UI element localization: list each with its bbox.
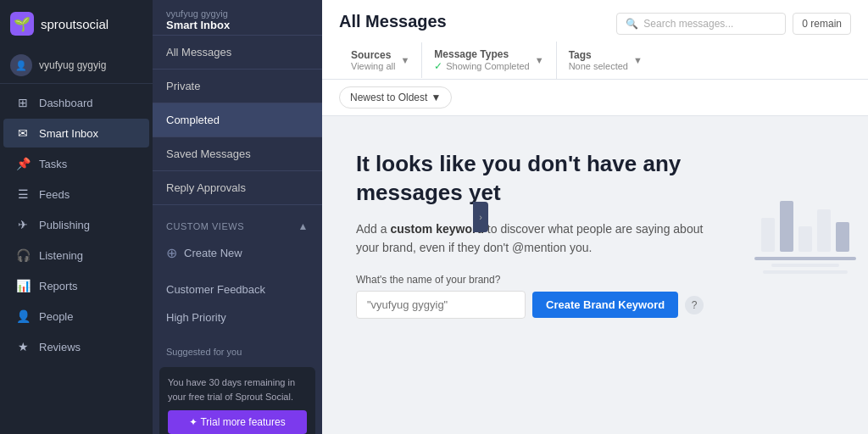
sidebar-item-tasks[interactable]: 📌 Tasks bbox=[3, 149, 149, 178]
logo-text: sproutsocial bbox=[41, 17, 108, 31]
filters-row: Sources Viewing all ▼ Message Types ✓ Sh… bbox=[339, 42, 851, 79]
brand-input[interactable] bbox=[356, 291, 526, 319]
sidebar-item-smart-inbox[interactable]: ✉ Smart Inbox bbox=[3, 119, 149, 147]
sort-dropdown[interactable]: Newest to Oldest ▼ bbox=[339, 86, 452, 108]
panels-wrap: vyufyug gygyig Smart Inbox All Messages … bbox=[153, 0, 322, 434]
sidebar-item-listening[interactable]: 🎧 Listening bbox=[3, 241, 149, 270]
illus-line-2 bbox=[771, 264, 839, 267]
illus-bar-3 bbox=[798, 226, 812, 252]
trial-text: You have 30 days remaining in your free … bbox=[168, 376, 307, 403]
panel-all-messages[interactable]: All Messages bbox=[153, 36, 322, 70]
custom-view-customer-feedback[interactable]: Customer Feedback bbox=[153, 275, 322, 303]
illus-bar-2 bbox=[780, 201, 793, 252]
check-icon: ✓ bbox=[434, 60, 442, 72]
illus-bar-5 bbox=[836, 222, 849, 252]
middle-panel: vyufyug gygyig Smart Inbox All Messages … bbox=[153, 0, 322, 434]
logo-icon: 🌱 bbox=[10, 12, 34, 36]
plus-icon: ⊕ bbox=[166, 245, 177, 261]
search-area: 🔍 Search messages... 0 remain bbox=[616, 13, 851, 42]
illus-line-1 bbox=[754, 257, 856, 260]
sidebar-item-label: Smart Inbox bbox=[39, 127, 98, 140]
illus-bar-4 bbox=[817, 209, 831, 252]
message-types-chevron-icon: ▼ bbox=[535, 55, 544, 65]
sources-sub: Viewing all bbox=[351, 61, 395, 71]
collapse-icon[interactable]: ▲ bbox=[298, 220, 309, 232]
feeds-icon: ☰ bbox=[15, 187, 31, 201]
brand-input-row: Create Brand Keyword ? bbox=[356, 291, 704, 319]
custom-views-label: Custom Views ▲ bbox=[153, 212, 322, 237]
panel-toggle[interactable]: › bbox=[473, 202, 488, 232]
illus-line-3 bbox=[763, 270, 848, 274]
listening-icon: 🎧 bbox=[15, 248, 31, 262]
panel-saved-messages[interactable]: Saved Messages bbox=[153, 137, 322, 171]
remain-badge: 0 remain bbox=[793, 13, 851, 35]
panel-reply-approvals[interactable]: Reply Approvals bbox=[153, 171, 322, 205]
illustration bbox=[754, 150, 856, 277]
reviews-icon: ★ bbox=[15, 340, 31, 353]
sidebar-item-label: Reports bbox=[39, 280, 78, 292]
avatar: 👤 bbox=[10, 54, 32, 76]
trial-button[interactable]: ✦ Trial more features bbox=[168, 410, 307, 434]
panel-private[interactable]: Private bbox=[153, 70, 322, 103]
message-types-filter[interactable]: Message Types ✓ Showing Completed ▼ bbox=[422, 42, 556, 79]
custom-view-high-priority[interactable]: High Priority bbox=[153, 303, 322, 331]
search-placeholder: Search messages... bbox=[643, 18, 733, 30]
brand-question: What's the name of your brand? bbox=[356, 274, 704, 286]
sidebar-item-label: Listening bbox=[39, 249, 83, 262]
tags-chevron-icon: ▼ bbox=[633, 55, 643, 65]
sources-label: Sources bbox=[351, 49, 395, 61]
sidebar-item-dashboard[interactable]: ⊞ Dashboard bbox=[3, 88, 149, 117]
username: vyufyug gygyig bbox=[39, 59, 106, 71]
empty-state: It looks like you don't have any message… bbox=[356, 150, 704, 319]
sidebar-item-label: Publishing bbox=[39, 219, 90, 231]
sidebar-item-people[interactable]: 👤 People bbox=[3, 302, 149, 331]
sidebar-item-reviews[interactable]: ★ Reviews bbox=[3, 332, 149, 361]
people-icon: 👤 bbox=[15, 309, 31, 323]
sort-chevron-icon: ▼ bbox=[431, 92, 441, 103]
sidebar-item-label: Reviews bbox=[39, 341, 81, 353]
main-header: All Messages 🔍 Search messages... 0 rema… bbox=[322, 0, 868, 80]
inbox-icon: ✉ bbox=[15, 126, 31, 140]
sources-chevron-icon: ▼ bbox=[400, 55, 409, 65]
sidebar-item-label: Feeds bbox=[39, 188, 70, 201]
sidebar-item-label: Tasks bbox=[39, 158, 67, 170]
tasks-icon: 📌 bbox=[15, 157, 31, 170]
create-brand-keyword-button[interactable]: Create Brand Keyword bbox=[532, 292, 678, 318]
page-title: All Messages bbox=[339, 12, 447, 31]
suggested-label: Suggested for you bbox=[153, 338, 322, 360]
logo: 🌱 sproutsocial bbox=[0, 0, 153, 47]
message-types-sub: ✓ Showing Completed bbox=[434, 60, 529, 72]
tags-sub: None selected bbox=[569, 61, 628, 71]
empty-desc-bold: custom keyword bbox=[390, 222, 483, 236]
tags-filter[interactable]: Tags None selected ▼ bbox=[557, 42, 654, 78]
panel-header: vyufyug gygyig Smart Inbox bbox=[153, 0, 322, 36]
search-icon: 🔍 bbox=[626, 18, 638, 30]
sources-filter[interactable]: Sources Viewing all ▼ bbox=[339, 42, 422, 78]
sidebar-item-reports[interactable]: 📊 Reports bbox=[3, 271, 149, 300]
empty-title: It looks like you don't have any message… bbox=[356, 150, 704, 208]
sidebar-item-publishing[interactable]: ✈ Publishing bbox=[3, 210, 149, 239]
sort-label: Newest to Oldest bbox=[350, 92, 427, 103]
main-content: It looks like you don't have any message… bbox=[322, 116, 868, 434]
tags-label: Tags bbox=[569, 49, 628, 61]
publishing-icon: ✈ bbox=[15, 218, 31, 231]
sidebar: 🌱 sproutsocial 👤 vyufyug gygyig ⊞ Dashbo… bbox=[0, 0, 153, 434]
panel-completed[interactable]: Completed bbox=[153, 103, 322, 137]
trial-banner: You have 30 days remaining in your free … bbox=[159, 367, 315, 434]
user-profile[interactable]: 👤 vyufyug gygyig bbox=[0, 47, 153, 84]
dashboard-icon: ⊞ bbox=[15, 96, 31, 109]
main-area: All Messages 🔍 Search messages... 0 rema… bbox=[322, 0, 868, 434]
message-types-label: Message Types bbox=[434, 48, 529, 60]
sort-row: Newest to Oldest ▼ bbox=[322, 80, 868, 116]
sidebar-item-feeds[interactable]: ☰ Feeds bbox=[3, 180, 149, 209]
sidebar-item-label: People bbox=[39, 310, 73, 323]
help-icon[interactable]: ? bbox=[685, 296, 704, 314]
sidebar-item-label: Dashboard bbox=[39, 97, 93, 109]
create-new-item[interactable]: ⊕ Create New bbox=[153, 237, 322, 269]
illus-bars bbox=[761, 201, 849, 252]
search-box[interactable]: 🔍 Search messages... bbox=[616, 13, 786, 35]
illus-bar-1 bbox=[761, 218, 775, 252]
empty-desc: Add a custom keyword to discover what pe… bbox=[356, 220, 704, 258]
reports-icon: 📊 bbox=[15, 279, 31, 292]
